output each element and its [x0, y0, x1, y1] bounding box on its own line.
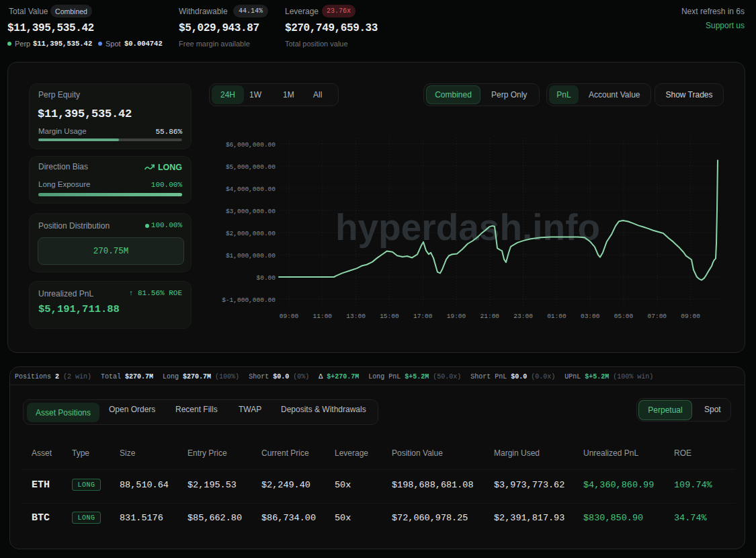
- svg-text:07:00: 07:00: [648, 313, 667, 320]
- svg-text:$6,000,000.00: $6,000,000.00: [226, 141, 276, 149]
- svg-text:$3,000,000.00: $3,000,000.00: [226, 208, 276, 215]
- svg-text:05:00: 05:00: [614, 313, 634, 320]
- svg-text:$5,000,000.00: $5,000,000.00: [226, 163, 276, 171]
- svg-text:13:00: 13:00: [346, 313, 366, 320]
- svg-text:17:00: 17:00: [413, 313, 433, 320]
- svg-text:19:00: 19:00: [447, 313, 466, 320]
- svg-text:09:00: 09:00: [681, 313, 700, 320]
- svg-text:09:00: 09:00: [280, 313, 299, 320]
- svg-text:01:00: 01:00: [547, 313, 566, 320]
- svg-text:$0.00: $0.00: [256, 274, 276, 282]
- svg-text:15:00: 15:00: [380, 313, 399, 320]
- svg-text:$1,000,000.00: $1,000,000.00: [226, 252, 276, 260]
- svg-text:23:00: 23:00: [513, 313, 533, 320]
- svg-text:hyperdash.info: hyperdash.info: [335, 206, 600, 248]
- svg-text:11:00: 11:00: [313, 313, 333, 320]
- svg-text:03:00: 03:00: [581, 313, 600, 320]
- svg-text:21:00: 21:00: [480, 313, 500, 320]
- svg-text:$-1,000,000.00: $-1,000,000.00: [222, 296, 276, 304]
- svg-text:$2,000,000.00: $2,000,000.00: [226, 230, 276, 237]
- svg-text:$4,000,000.00: $4,000,000.00: [226, 186, 276, 193]
